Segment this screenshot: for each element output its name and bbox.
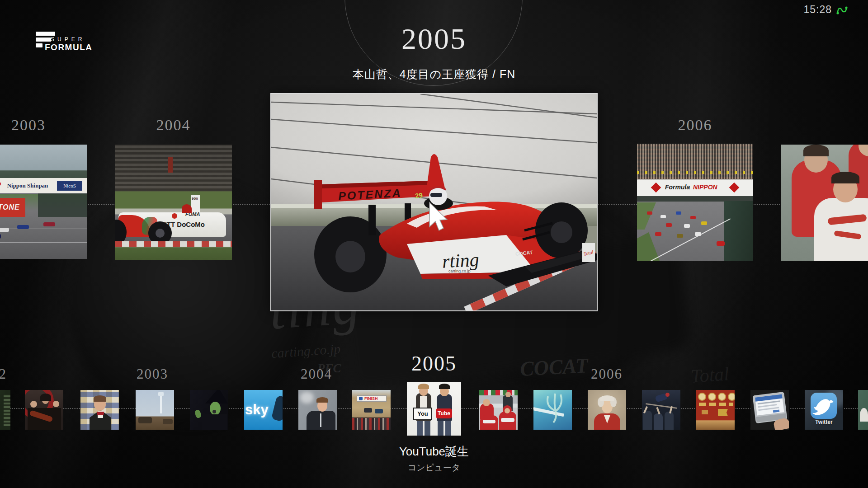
event-thumb-laptop-browser[interactable] <box>750 390 789 430</box>
logo-bar-bottom <box>36 43 42 47</box>
tower-shape <box>160 394 162 413</box>
timeline-year-2003[interactable]: 2003 <box>125 366 179 382</box>
mouse-cursor <box>428 202 451 232</box>
event-thumb-mozart-portrait[interactable] <box>588 390 626 430</box>
status-clock: 15:28 <box>803 4 849 16</box>
hero-subtitle: 本山哲、4度目の王座獲得 / FN <box>0 67 868 82</box>
crowd-band <box>352 418 391 430</box>
event-thumb-bowtie-host[interactable] <box>80 390 119 430</box>
event-thumb-partial-left[interactable] <box>0 390 10 430</box>
nippon-shinpan-text: Nippon Shinpan <box>0 181 55 191</box>
event-thumb-partial-right[interactable] <box>858 390 868 430</box>
driver-suit <box>814 198 868 261</box>
carousel-thumb-2004-docomo-car[interactable]: 900i NTT DoCoMo FOMA <box>115 145 232 260</box>
finish-banner: FINISH <box>357 395 387 402</box>
bowtie-shape <box>97 412 104 415</box>
logo-text-super: SUPER <box>51 36 85 42</box>
nicos-box-2: NicoS <box>57 181 82 191</box>
carousel-year-label-2006: 2006 <box>637 117 753 134</box>
carousel-thumb-2006-grid-start[interactable]: Formula NIPPON <box>637 144 753 261</box>
timeline-year-2006[interactable]: 2006 <box>580 366 634 382</box>
event-thumb-clocks-wall[interactable] <box>696 390 735 430</box>
event-thumb-rocket-tower[interactable] <box>136 390 174 430</box>
selected-event-title: YouTube誕生 <box>344 444 524 460</box>
twitter-label: Twitter <box>805 419 843 425</box>
tube-sign: Tube <box>436 408 452 418</box>
event-thumb-skype-logo[interactable]: sky <box>244 390 283 430</box>
event-thumb-baseball-celebration[interactable] <box>642 390 680 430</box>
timeline-year-2005-selected[interactable]: 2005 <box>398 352 470 375</box>
event-thumb-hockey-team[interactable] <box>479 390 518 430</box>
car-number: 29 <box>415 191 423 200</box>
logo-bar-middle <box>36 38 51 42</box>
squid-arms <box>542 393 569 424</box>
clock-time: 15:28 <box>803 4 832 16</box>
route-squiggle-icon <box>835 4 849 16</box>
event-thumb-twitter-icon[interactable]: Twitter <box>805 390 843 430</box>
green-face <box>210 402 221 415</box>
carousel-year-label-2004: 2004 <box>115 117 232 134</box>
event-thumb-facebook-founder[interactable] <box>298 390 337 430</box>
carousel-thumb-2003-race-start[interactable]: NicoS Nippon Shinpan NicoS DGESTONE <box>0 145 87 259</box>
driver-helmet <box>182 204 192 213</box>
banner-strip: NicoS Nippon Shinpan NicoS <box>0 178 87 194</box>
car-body: NTT DoCoMo FOMA <box>118 212 226 237</box>
timeline-year-2004[interactable]: 2004 <box>289 366 344 382</box>
background-text-cocat: COCAT <box>519 353 589 381</box>
event-thumb-giant-squid[interactable] <box>533 390 572 430</box>
bridgestone-wall: DGESTONE <box>0 198 25 217</box>
logo-bar-top <box>36 32 55 36</box>
carousel-year-label-2003: 2003 <box>0 117 87 134</box>
event-thumb-green-witch[interactable] <box>190 390 228 430</box>
pit-fence <box>38 193 87 217</box>
timeline-year-2002[interactable]: 2002 <box>0 366 10 382</box>
fence-right <box>724 201 753 261</box>
carousel-thumb-celebration[interactable] <box>781 145 868 261</box>
you-sign: You <box>413 408 432 420</box>
event-thumb-rock-band[interactable] <box>25 390 63 430</box>
sidepod-url-text: carting.co.jp <box>448 269 471 273</box>
logo-text-formula: FORMULA <box>45 42 92 52</box>
gold-flag-emblem <box>718 409 728 416</box>
formula-nippon-banner: Formula NIPPON <box>637 180 753 196</box>
super-formula-logo: SUPER FORMULA <box>30 28 120 55</box>
timeline-screen: ting carting.co.jp PFC COCAT Total SUPER… <box>0 0 868 488</box>
twitter-bird-icon <box>811 393 837 419</box>
selected-event-category: コンピュータ <box>344 462 524 474</box>
event-thumb-desert-finish[interactable]: FINISH <box>352 390 391 430</box>
kerb-strip <box>115 241 232 247</box>
event-thumb-youtube-founders-selected[interactable]: You Tube <box>407 382 461 436</box>
background-text-total: Total <box>690 363 730 387</box>
twitter-app-tile <box>811 393 837 419</box>
page-title-year: 2005 <box>0 22 868 56</box>
